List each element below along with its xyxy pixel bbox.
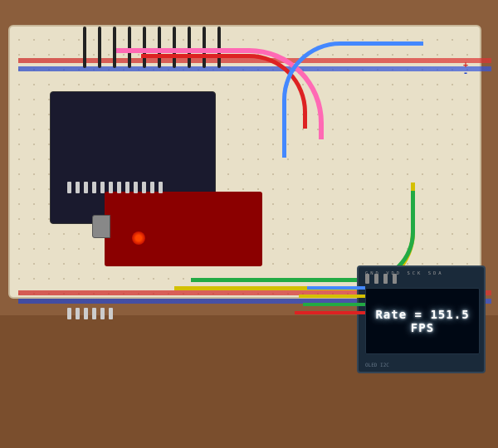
oled-pin-headers [365, 274, 397, 284]
rail-minus-sign: - [463, 68, 468, 77]
oled-display-text: Rate = 151.5 FPS [366, 308, 479, 334]
arduino-usb-port [92, 215, 110, 238]
arduino-pin-headers-top [67, 182, 163, 193]
wire-red-to-oled [295, 311, 365, 314]
wire-green-to-oled [303, 303, 365, 306]
main-container: + - [0, 0, 498, 448]
wire-blue-to-oled [307, 286, 365, 290]
wire-blue [282, 41, 423, 158]
oled-module-label: OLED I2C [365, 362, 389, 368]
arduino-pcb [105, 192, 262, 266]
arduino-led [132, 231, 145, 245]
oled-screen: Rate = 151.5 FPS [365, 288, 480, 354]
arduino-board [50, 91, 216, 224]
wire-black-1 [83, 27, 86, 68]
wire-yellow-to-oled [299, 295, 365, 298]
arduino-pin-headers-bottom [67, 308, 113, 319]
wire-black-2 [98, 27, 101, 68]
oled-module: GND VDD SCK SDA Rate = 151.5 FPS OLED I2… [357, 265, 486, 373]
